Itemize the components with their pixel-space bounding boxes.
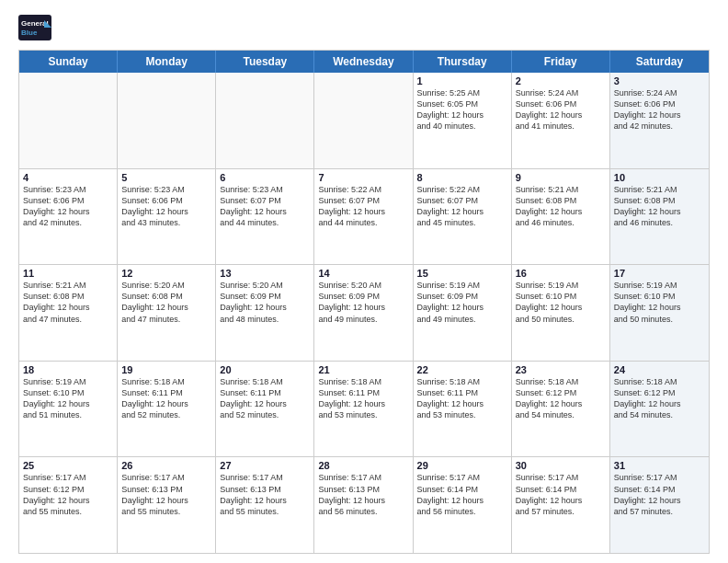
day-number: 15	[417, 268, 507, 279]
day-cell-7: 7Sunrise: 5:22 AM Sunset: 6:07 PM Daylig…	[314, 169, 413, 265]
day-cell-1: 1Sunrise: 5:25 AM Sunset: 6:05 PM Daylig…	[414, 73, 512, 168]
day-info: Sunrise: 5:20 AM Sunset: 6:09 PM Dayligh…	[318, 280, 408, 325]
empty-cell	[216, 73, 314, 168]
day-number: 18	[23, 364, 113, 375]
day-number: 26	[121, 460, 211, 471]
day-number: 20	[220, 364, 310, 375]
day-info: Sunrise: 5:18 AM Sunset: 6:12 PM Dayligh…	[516, 376, 606, 421]
header-day-friday: Friday	[512, 51, 610, 73]
svg-text:Blue: Blue	[21, 29, 38, 37]
day-number: 12	[121, 268, 211, 279]
calendar-body: 1Sunrise: 5:25 AM Sunset: 6:05 PM Daylig…	[19, 73, 709, 553]
header-day-thursday: Thursday	[414, 51, 512, 73]
header-day-wednesday: Wednesday	[314, 51, 413, 73]
logo-icon: General Blue	[18, 15, 51, 40]
day-number: 27	[220, 460, 310, 471]
day-cell-26: 26Sunrise: 5:17 AM Sunset: 6:13 PM Dayli…	[118, 457, 216, 553]
day-number: 6	[220, 172, 310, 183]
day-info: Sunrise: 5:17 AM Sunset: 6:14 PM Dayligh…	[417, 472, 507, 517]
day-info: Sunrise: 5:21 AM Sunset: 6:08 PM Dayligh…	[614, 184, 705, 229]
day-number: 13	[220, 268, 310, 279]
day-cell-4: 4Sunrise: 5:23 AM Sunset: 6:06 PM Daylig…	[19, 169, 118, 265]
empty-cell	[118, 73, 216, 168]
day-cell-13: 13Sunrise: 5:20 AM Sunset: 6:09 PM Dayli…	[216, 265, 314, 361]
day-cell-20: 20Sunrise: 5:18 AM Sunset: 6:11 PM Dayli…	[216, 362, 314, 457]
day-cell-12: 12Sunrise: 5:20 AM Sunset: 6:08 PM Dayli…	[118, 265, 216, 361]
day-info: Sunrise: 5:20 AM Sunset: 6:09 PM Dayligh…	[220, 280, 310, 325]
day-info: Sunrise: 5:20 AM Sunset: 6:08 PM Dayligh…	[121, 280, 211, 325]
header-day-sunday: Sunday	[19, 51, 118, 73]
day-cell-8: 8Sunrise: 5:22 AM Sunset: 6:07 PM Daylig…	[414, 169, 512, 265]
day-cell-27: 27Sunrise: 5:17 AM Sunset: 6:13 PM Dayli…	[216, 457, 314, 553]
day-cell-24: 24Sunrise: 5:18 AM Sunset: 6:12 PM Dayli…	[610, 362, 709, 457]
day-cell-17: 17Sunrise: 5:19 AM Sunset: 6:10 PM Dayli…	[610, 265, 709, 361]
day-number: 2	[516, 75, 606, 86]
day-info: Sunrise: 5:18 AM Sunset: 6:11 PM Dayligh…	[220, 376, 310, 421]
day-number: 22	[417, 364, 507, 375]
day-info: Sunrise: 5:17 AM Sunset: 6:12 PM Dayligh…	[23, 472, 113, 517]
day-number: 29	[417, 460, 507, 471]
day-cell-21: 21Sunrise: 5:18 AM Sunset: 6:11 PM Dayli…	[314, 362, 413, 457]
day-cell-6: 6Sunrise: 5:23 AM Sunset: 6:07 PM Daylig…	[216, 169, 314, 265]
day-info: Sunrise: 5:22 AM Sunset: 6:07 PM Dayligh…	[318, 184, 408, 229]
header-day-tuesday: Tuesday	[216, 51, 314, 73]
day-cell-15: 15Sunrise: 5:19 AM Sunset: 6:09 PM Dayli…	[414, 265, 512, 361]
day-cell-25: 25Sunrise: 5:17 AM Sunset: 6:12 PM Dayli…	[19, 457, 118, 553]
day-info: Sunrise: 5:19 AM Sunset: 6:10 PM Dayligh…	[516, 280, 606, 325]
day-number: 31	[614, 460, 705, 471]
day-info: Sunrise: 5:23 AM Sunset: 6:06 PM Dayligh…	[23, 184, 113, 229]
day-cell-2: 2Sunrise: 5:24 AM Sunset: 6:06 PM Daylig…	[512, 73, 610, 168]
day-cell-29: 29Sunrise: 5:17 AM Sunset: 6:14 PM Dayli…	[414, 457, 512, 553]
day-number: 11	[23, 268, 113, 279]
day-number: 30	[516, 460, 606, 471]
header-day-saturday: Saturday	[610, 51, 709, 73]
day-info: Sunrise: 5:17 AM Sunset: 6:13 PM Dayligh…	[220, 472, 310, 517]
day-info: Sunrise: 5:24 AM Sunset: 6:06 PM Dayligh…	[614, 87, 705, 132]
day-number: 5	[121, 172, 211, 183]
day-number: 10	[614, 172, 705, 183]
day-cell-3: 3Sunrise: 5:24 AM Sunset: 6:06 PM Daylig…	[610, 73, 709, 168]
day-cell-9: 9Sunrise: 5:21 AM Sunset: 6:08 PM Daylig…	[512, 169, 610, 265]
day-info: Sunrise: 5:18 AM Sunset: 6:11 PM Dayligh…	[318, 376, 408, 421]
day-info: Sunrise: 5:23 AM Sunset: 6:07 PM Dayligh…	[220, 184, 310, 229]
day-info: Sunrise: 5:23 AM Sunset: 6:06 PM Dayligh…	[121, 184, 211, 229]
calendar-row-3: 18Sunrise: 5:19 AM Sunset: 6:10 PM Dayli…	[19, 362, 709, 458]
calendar: SundayMondayTuesdayWednesdayThursdayFrid…	[18, 50, 710, 554]
day-info: Sunrise: 5:19 AM Sunset: 6:10 PM Dayligh…	[614, 280, 705, 325]
day-cell-10: 10Sunrise: 5:21 AM Sunset: 6:08 PM Dayli…	[610, 169, 709, 265]
day-number: 16	[516, 268, 606, 279]
empty-cell	[19, 73, 118, 168]
day-number: 9	[516, 172, 606, 183]
empty-cell	[314, 73, 413, 168]
day-number: 23	[516, 364, 606, 375]
day-number: 8	[417, 172, 507, 183]
calendar-row-4: 25Sunrise: 5:17 AM Sunset: 6:12 PM Dayli…	[19, 457, 709, 553]
day-number: 7	[318, 172, 408, 183]
day-cell-23: 23Sunrise: 5:18 AM Sunset: 6:12 PM Dayli…	[512, 362, 610, 457]
day-info: Sunrise: 5:18 AM Sunset: 6:11 PM Dayligh…	[121, 376, 211, 421]
day-info: Sunrise: 5:17 AM Sunset: 6:13 PM Dayligh…	[318, 472, 408, 517]
day-cell-30: 30Sunrise: 5:17 AM Sunset: 6:14 PM Dayli…	[512, 457, 610, 553]
day-number: 17	[614, 268, 705, 279]
day-number: 21	[318, 364, 408, 375]
day-info: Sunrise: 5:22 AM Sunset: 6:07 PM Dayligh…	[417, 184, 507, 229]
day-info: Sunrise: 5:21 AM Sunset: 6:08 PM Dayligh…	[23, 280, 113, 325]
calendar-row-0: 1Sunrise: 5:25 AM Sunset: 6:05 PM Daylig…	[19, 73, 709, 169]
day-cell-16: 16Sunrise: 5:19 AM Sunset: 6:10 PM Dayli…	[512, 265, 610, 361]
header: General Blue	[18, 15, 710, 40]
day-info: Sunrise: 5:21 AM Sunset: 6:08 PM Dayligh…	[516, 184, 606, 229]
day-cell-31: 31Sunrise: 5:17 AM Sunset: 6:14 PM Dayli…	[610, 457, 709, 553]
day-info: Sunrise: 5:18 AM Sunset: 6:12 PM Dayligh…	[614, 376, 705, 421]
day-number: 28	[318, 460, 408, 471]
calendar-header: SundayMondayTuesdayWednesdayThursdayFrid…	[19, 51, 709, 73]
day-cell-19: 19Sunrise: 5:18 AM Sunset: 6:11 PM Dayli…	[118, 362, 216, 457]
day-info: Sunrise: 5:18 AM Sunset: 6:11 PM Dayligh…	[417, 376, 507, 421]
day-number: 19	[121, 364, 211, 375]
day-info: Sunrise: 5:19 AM Sunset: 6:09 PM Dayligh…	[417, 280, 507, 325]
day-cell-14: 14Sunrise: 5:20 AM Sunset: 6:09 PM Dayli…	[314, 265, 413, 361]
day-cell-22: 22Sunrise: 5:18 AM Sunset: 6:11 PM Dayli…	[414, 362, 512, 457]
calendar-row-1: 4Sunrise: 5:23 AM Sunset: 6:06 PM Daylig…	[19, 169, 709, 266]
day-number: 4	[23, 172, 113, 183]
calendar-row-2: 11Sunrise: 5:21 AM Sunset: 6:08 PM Dayli…	[19, 265, 709, 362]
page: General Blue SundayMondayTuesdayWednesda…	[0, 0, 728, 563]
